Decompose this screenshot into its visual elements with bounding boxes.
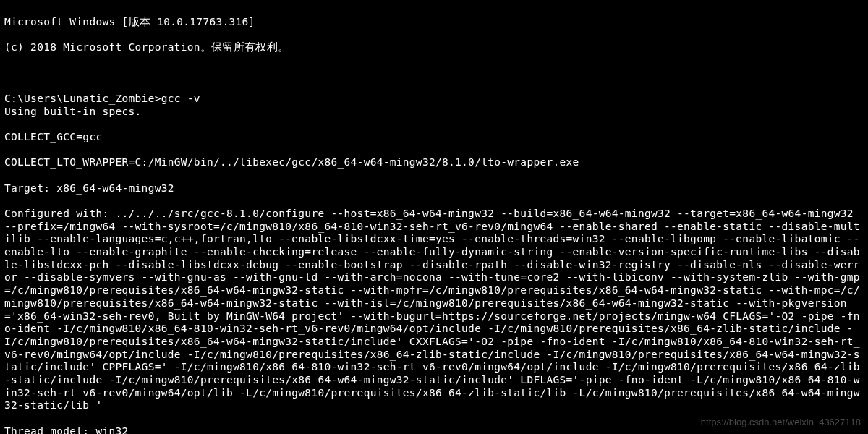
output-collect-gcc: COLLECT_GCC=gcc [4,131,864,144]
terminal-output[interactable]: Microsoft Windows [版本 10.0.17763.316] (c… [4,3,864,434]
copyright-line: (c) 2018 Microsoft Corporation。保留所有权利。 [4,41,864,54]
os-version-line: Microsoft Windows [版本 10.0.17763.316] [4,16,864,29]
prompt-line-1: C:\Users\Lunatic_Zombie>gcc -v [4,93,200,104]
output-target: Target: x86_64-w64-mingw32 [4,182,864,195]
blank-line [4,67,864,80]
output-lto-wrapper: COLLECT_LTO_WRAPPER=C:/MinGW/bin/../libe… [4,156,864,169]
output-specs: Using built-in specs. [4,106,864,119]
watermark-text: https://blog.csdn.net/weixin_43627118 [701,417,861,428]
output-configured-with: Configured with: ../../../src/gcc-8.1.0/… [4,208,864,412]
prompt-path: C:\Users\Lunatic_Zombie> [4,93,161,104]
command-text: gcc -v [161,93,200,104]
